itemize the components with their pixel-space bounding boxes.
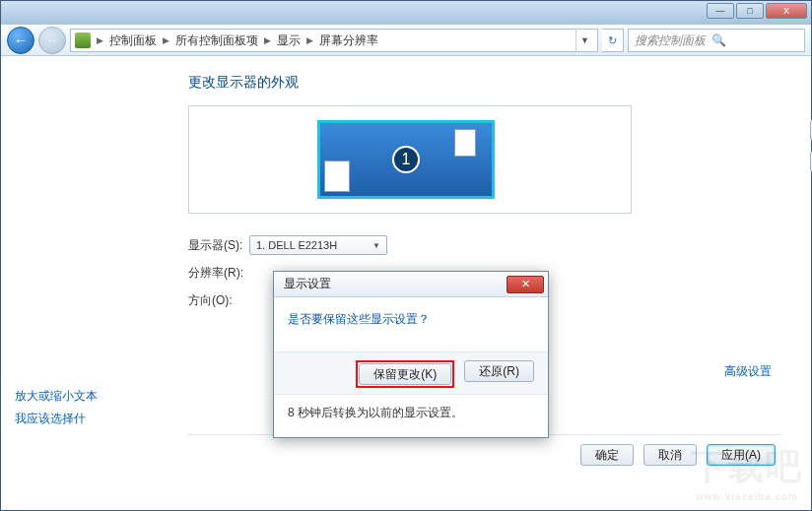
advanced-settings-link[interactable]: 高级设置 [724, 363, 772, 380]
window-frame: — □ X ← → ▶ 控制面板 ▶ 所有控制面板项 ▶ 显示 ▶ 屏幕分辨率 … [0, 0, 812, 511]
monitor-number: 1 [392, 146, 420, 173]
display-settings-dialog: 显示设置 ✕ 是否要保留这些显示设置？ 保留更改(K) 还原(R) 8 秒钟后转… [273, 271, 549, 438]
ok-button[interactable]: 确定 [580, 444, 634, 466]
titlebar: — □ X [1, 1, 811, 25]
control-panel-icon [75, 32, 91, 48]
content-area: 更改显示器的外观 1 检测(C) 识别(I) 显示器(S): [1, 56, 811, 510]
search-icon: 🔍 [711, 33, 726, 47]
dialog-button-row: 保留更改(K) 还原(R) [274, 351, 548, 395]
chevron-down-icon: ▼ [372, 241, 380, 250]
back-button[interactable]: ← [7, 27, 34, 54]
chevron-right-icon: ▶ [97, 35, 103, 45]
forward-button[interactable]: → [38, 27, 66, 54]
dialog-countdown: 8 秒钟后转换为以前的显示设置。 [274, 395, 548, 437]
highlight-box: 保留更改(K) [356, 360, 454, 388]
display-label: 显示器(S): [188, 237, 249, 254]
breadcrumb[interactable]: ▶ 控制面板 ▶ 所有控制面板项 ▶ 显示 ▶ 屏幕分辨率 ▼ [70, 29, 598, 52]
enlarge-text-link[interactable]: 放大或缩小文本 [15, 385, 98, 408]
revert-button[interactable]: 还原(R) [464, 360, 534, 382]
dialog-titlebar: 显示设置 ✕ [274, 272, 548, 297]
side-links: 放大或缩小文本 我应该选择什 [15, 385, 98, 430]
keep-changes-button[interactable]: 保留更改(K) [359, 363, 451, 385]
apply-button[interactable]: 应用(A) [707, 444, 776, 466]
dialog-close-button[interactable]: ✕ [507, 276, 544, 293]
navbar: ← → ▶ 控制面板 ▶ 所有控制面板项 ▶ 显示 ▶ 屏幕分辨率 ▼ ↻ 搜索… [1, 25, 811, 56]
search-placeholder: 搜索控制面板 [635, 32, 706, 49]
breadcrumb-item[interactable]: 控制面板 [109, 32, 157, 49]
search-input[interactable]: 搜索控制面板 🔍 [628, 29, 805, 52]
chevron-right-icon: ▶ [264, 35, 271, 45]
footer-buttons: 确定 取消 应用(A) [580, 444, 776, 466]
display-select[interactable]: 1. DELL E2213H ▼ [249, 235, 387, 255]
cancel-button[interactable]: 取消 [643, 444, 697, 466]
monitor-preview-box: 1 [188, 105, 632, 214]
display-value: 1. DELL E2213H [256, 239, 337, 251]
close-icon: ✕ [521, 278, 530, 290]
breadcrumb-item[interactable]: 屏幕分辨率 [319, 32, 378, 49]
maximize-button[interactable]: □ [736, 3, 764, 19]
chevron-right-icon: ▶ [306, 35, 313, 45]
chevron-right-icon: ▶ [163, 35, 169, 45]
breadcrumb-dropdown[interactable]: ▼ [575, 29, 593, 52]
which-select-link[interactable]: 我应该选择什 [15, 408, 98, 430]
close-button[interactable]: X [766, 3, 807, 19]
dialog-title: 显示设置 [284, 276, 331, 292]
orientation-label: 方向(O): [188, 292, 249, 309]
window-preview-icon [324, 160, 350, 192]
page-title: 更改显示器的外观 [188, 74, 811, 92]
minimize-button[interactable]: — [707, 3, 734, 19]
arrow-right-icon: → [45, 32, 59, 48]
refresh-button[interactable]: ↻ [602, 29, 624, 52]
resolution-label: 分辨率(R): [188, 265, 249, 282]
window-preview-icon [454, 129, 476, 157]
breadcrumb-item[interactable]: 显示 [277, 32, 301, 49]
breadcrumb-item[interactable]: 所有控制面板项 [175, 32, 258, 49]
refresh-icon: ↻ [608, 34, 617, 47]
arrow-left-icon: ← [14, 32, 28, 48]
monitor-1[interactable]: 1 [317, 120, 495, 199]
dialog-question: 是否要保留这些显示设置？ [274, 297, 548, 338]
